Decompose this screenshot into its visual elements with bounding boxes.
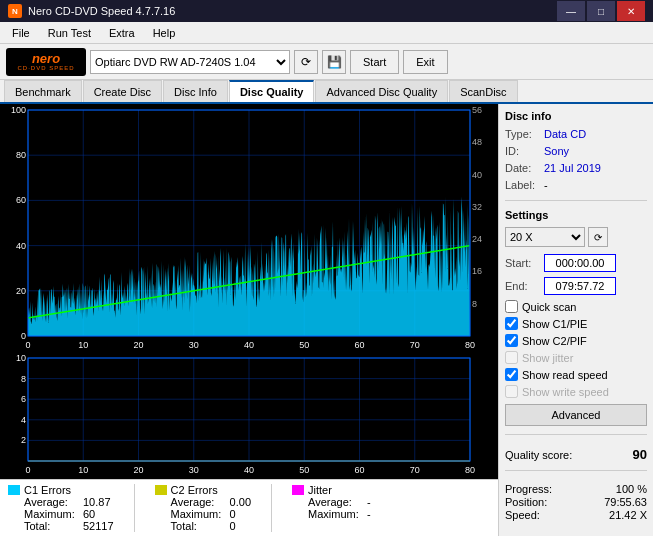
end-time-input[interactable] (544, 277, 616, 295)
jitter-color-box (292, 485, 304, 495)
app-icon: N (8, 4, 22, 18)
advanced-button[interactable]: Advanced (505, 404, 647, 426)
disc-id-row: ID: Sony (505, 145, 647, 157)
c1-label: C1 Errors (24, 484, 71, 496)
tab-advanced-disc-quality[interactable]: Advanced Disc Quality (315, 80, 448, 102)
legend-divider-2 (271, 484, 272, 532)
show-jitter-checkbox (505, 351, 518, 364)
tab-scan-disc[interactable]: ScanDisc (449, 80, 517, 102)
quality-score-value: 90 (633, 447, 647, 462)
show-c2-row: Show C2/PIF (505, 334, 647, 347)
c1-avg-label: Average: (24, 496, 79, 508)
c2-max-value: 0 (230, 508, 236, 520)
disc-id-label: ID: (505, 145, 540, 157)
c2-avg-value: 0.00 (230, 496, 251, 508)
refresh-drive-button[interactable]: ⟳ (294, 50, 318, 74)
drive-selector[interactable]: Optiarc DVD RW AD-7240S 1.04 (90, 50, 290, 74)
c2-chart-canvas (0, 354, 498, 479)
show-write-speed-label: Show write speed (522, 386, 609, 398)
disc-type-row: Type: Data CD (505, 128, 647, 140)
show-read-speed-row: Show read speed (505, 368, 647, 381)
title-bar-buttons: — □ ✕ (557, 1, 645, 21)
show-c1-label: Show C1/PIE (522, 318, 587, 330)
save-button[interactable]: 💾 (322, 50, 346, 74)
tab-benchmark[interactable]: Benchmark (4, 80, 82, 102)
jitter-legend: Jitter Average:- Maximum:- (292, 484, 371, 532)
c2-total-value: 0 (230, 520, 236, 532)
menu-extra[interactable]: Extra (101, 25, 143, 41)
tab-create-disc[interactable]: Create Disc (83, 80, 162, 102)
start-time-row: Start: (505, 254, 647, 272)
jitter-max-label: Maximum: (308, 508, 363, 520)
c1-max-value: 60 (83, 508, 95, 520)
end-time-row: End: (505, 277, 647, 295)
show-jitter-label: Show jitter (522, 352, 573, 364)
speed-row: Speed: 21.42 X (505, 509, 647, 521)
exit-button[interactable]: Exit (403, 50, 447, 74)
position-label: Position: (505, 496, 547, 508)
jitter-max-value: - (367, 508, 371, 520)
disc-label-label: Label: (505, 179, 540, 191)
quality-score-row: Quality score: 90 (505, 447, 647, 462)
bottom-chart (0, 354, 498, 479)
quick-scan-checkbox[interactable] (505, 300, 518, 313)
title-bar: N Nero CD-DVD Speed 4.7.7.16 — □ ✕ (0, 0, 653, 22)
legend-divider-1 (134, 484, 135, 532)
speed-refresh-button[interactable]: ⟳ (588, 227, 608, 247)
disc-label-row: Label: - (505, 179, 647, 191)
close-button[interactable]: ✕ (617, 1, 645, 21)
c1-total-label: Total: (24, 520, 79, 532)
right-panel: Disc info Type: Data CD ID: Sony Date: 2… (498, 104, 653, 536)
disc-type-label: Type: (505, 128, 540, 140)
c2-label: C2 Errors (171, 484, 218, 496)
chart-panel: C1 Errors Average:10.87 Maximum:60 Total… (0, 104, 498, 536)
c2-max-label: Maximum: (171, 508, 226, 520)
title-bar-text: Nero CD-DVD Speed 4.7.7.16 (28, 5, 175, 17)
menu-file[interactable]: File (4, 25, 38, 41)
disc-label-value: - (544, 179, 548, 191)
c2-stats: Average:0.00 Maximum:0 Total:0 (155, 496, 251, 532)
disc-info-title: Disc info (505, 110, 647, 122)
show-c1-checkbox[interactable] (505, 317, 518, 330)
show-c1-row: Show C1/PIE (505, 317, 647, 330)
show-c2-label: Show C2/PIF (522, 335, 587, 347)
c1-stats: Average:10.87 Maximum:60 Total:52117 (8, 496, 114, 532)
show-write-speed-row: Show write speed (505, 385, 647, 398)
jitter-label: Jitter (308, 484, 332, 496)
speed-select[interactable]: 20 X 4 X8 X12 X16 X 24 X32 X40 X48 XMax (505, 227, 585, 247)
c2-avg-label: Average: (171, 496, 226, 508)
start-button[interactable]: Start (350, 50, 399, 74)
c1-avg-value: 10.87 (83, 496, 111, 508)
minimize-button[interactable]: — (557, 1, 585, 21)
show-read-speed-label: Show read speed (522, 369, 608, 381)
top-chart (0, 104, 498, 354)
quick-scan-row: Quick scan (505, 300, 647, 313)
show-read-speed-checkbox[interactable] (505, 368, 518, 381)
tab-disc-quality[interactable]: Disc Quality (229, 80, 315, 102)
position-value: 79:55.63 (604, 496, 647, 508)
menu-run-test[interactable]: Run Test (40, 25, 99, 41)
jitter-avg-label: Average: (308, 496, 363, 508)
show-write-speed-checkbox (505, 385, 518, 398)
speed-value: 21.42 X (609, 509, 647, 521)
progress-value: 100 % (616, 483, 647, 495)
c2-color-box (155, 485, 167, 495)
start-label: Start: (505, 257, 540, 269)
maximize-button[interactable]: □ (587, 1, 615, 21)
progress-row: Progress: 100 % (505, 483, 647, 495)
start-time-input[interactable] (544, 254, 616, 272)
tab-bar: Benchmark Create Disc Disc Info Disc Qua… (0, 80, 653, 104)
show-c2-checkbox[interactable] (505, 334, 518, 347)
menu-help[interactable]: Help (145, 25, 184, 41)
quick-scan-label: Quick scan (522, 301, 576, 313)
c1-color-box (8, 485, 20, 495)
c2-total-label: Total: (171, 520, 226, 532)
c1-legend: C1 Errors Average:10.87 Maximum:60 Total… (8, 484, 114, 532)
disc-date-row: Date: 21 Jul 2019 (505, 162, 647, 174)
settings-title: Settings (505, 209, 647, 221)
disc-date-value: 21 Jul 2019 (544, 162, 601, 174)
jitter-stats: Average:- Maximum:- (292, 496, 371, 520)
progress-label: Progress: (505, 483, 552, 495)
tab-disc-info[interactable]: Disc Info (163, 80, 228, 102)
end-label: End: (505, 280, 540, 292)
